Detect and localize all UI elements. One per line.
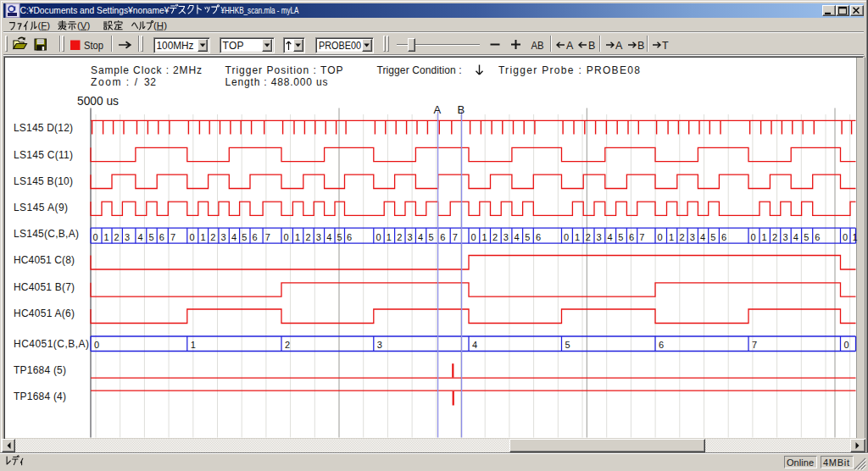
svg-text:LS145 A(9): LS145 A(9): [14, 202, 68, 213]
svg-text:3: 3: [504, 232, 509, 242]
svg-text:TP1684 (4): TP1684 (4): [14, 391, 66, 402]
svg-text:6: 6: [347, 232, 352, 242]
svg-text:(H): (H): [153, 20, 167, 30]
svg-text:LS145 C(11): LS145 C(11): [14, 149, 73, 161]
svg-text:1: 1: [200, 232, 205, 242]
svg-text:TP1684 (5): TP1684 (5): [14, 364, 66, 376]
svg-text:4: 4: [607, 232, 612, 242]
svg-text:2: 2: [397, 232, 402, 242]
svg-text:100MHz: 100MHz: [157, 40, 194, 52]
svg-text:(F): (F): [38, 20, 51, 30]
svg-text:PROBE00: PROBE00: [319, 40, 361, 52]
svg-text:1: 1: [191, 340, 196, 350]
svg-text:Trigger Probe : PROBE08: Trigger Probe : PROBE08: [498, 64, 640, 76]
svg-text:5: 5: [242, 232, 247, 242]
svg-text:HC4051(C,B,A): HC4051(C,B,A): [14, 338, 89, 350]
svg-text:4: 4: [231, 232, 236, 242]
svg-text:¥HHKB_scan.mla - myLA: ¥HHKB_scan.mla - myLA: [220, 5, 299, 15]
svg-text:2: 2: [772, 232, 777, 242]
svg-text:5: 5: [565, 340, 570, 350]
svg-text:Length : 488.000 us: Length : 488.000 us: [225, 76, 328, 88]
svg-text:0: 0: [189, 232, 194, 242]
svg-text:6: 6: [721, 232, 726, 242]
svg-text:7: 7: [453, 232, 458, 242]
svg-text:1: 1: [387, 232, 392, 242]
svg-text:Trigger Position : TOP: Trigger Position : TOP: [225, 64, 343, 76]
svg-text:Trigger Condition :: Trigger Condition :: [377, 64, 462, 76]
svg-text:5: 5: [618, 232, 623, 242]
svg-text:5: 5: [337, 232, 342, 242]
svg-text:2: 2: [114, 232, 120, 242]
svg-text:4: 4: [700, 232, 705, 242]
svg-text:Zoom : /: Zoom : /: [91, 76, 138, 88]
svg-text:HC4051 A(6): HC4051 A(6): [14, 308, 75, 319]
svg-text:(V): (V): [77, 20, 91, 30]
svg-text:4: 4: [418, 232, 423, 242]
svg-text:1: 1: [762, 232, 767, 242]
svg-text:T: T: [662, 40, 669, 52]
svg-text:2: 2: [679, 232, 684, 242]
svg-text:5: 5: [525, 232, 530, 242]
svg-text:4: 4: [472, 340, 477, 350]
svg-text:LS145(C,B,A): LS145(C,B,A): [14, 228, 79, 240]
svg-text:1: 1: [295, 232, 300, 242]
svg-text:6: 6: [659, 340, 664, 350]
svg-text:4: 4: [326, 232, 331, 242]
svg-text:6: 6: [629, 232, 634, 242]
svg-text:3: 3: [377, 340, 382, 350]
svg-text:7: 7: [752, 340, 757, 350]
svg-text:4: 4: [138, 232, 143, 242]
svg-text:3: 3: [690, 232, 695, 242]
svg-text:TOP: TOP: [223, 40, 244, 52]
svg-text:0: 0: [284, 232, 289, 242]
svg-text:5000 us: 5000 us: [77, 94, 119, 108]
svg-text:2: 2: [285, 340, 290, 350]
svg-text:1: 1: [575, 232, 580, 242]
svg-text:3: 3: [597, 232, 602, 242]
svg-text:0: 0: [844, 340, 849, 350]
svg-text:A: A: [434, 103, 442, 116]
svg-text:LS145 D(12): LS145 D(12): [14, 122, 73, 134]
svg-text:0: 0: [93, 232, 98, 242]
svg-text:3: 3: [782, 232, 787, 242]
svg-text:4: 4: [793, 232, 798, 242]
svg-text:3: 3: [221, 232, 226, 242]
svg-text:A: A: [566, 40, 574, 52]
svg-text:2: 2: [492, 232, 498, 242]
svg-text:Stop: Stop: [84, 40, 103, 52]
svg-text:0: 0: [564, 232, 569, 242]
svg-text:LS145 B(10): LS145 B(10): [14, 175, 73, 187]
svg-text:1: 1: [669, 232, 674, 242]
svg-text:32: 32: [144, 76, 156, 88]
svg-text:0: 0: [471, 232, 476, 242]
svg-text:5: 5: [804, 232, 809, 242]
svg-text:6: 6: [440, 232, 445, 242]
svg-text:1: 1: [853, 232, 858, 242]
svg-text:6: 6: [159, 232, 164, 242]
svg-text:7: 7: [170, 232, 175, 242]
svg-text:2: 2: [210, 232, 215, 242]
svg-text:3: 3: [125, 232, 130, 242]
svg-text:5: 5: [710, 232, 715, 242]
svg-text:7: 7: [639, 232, 644, 242]
svg-text:AB: AB: [531, 39, 544, 52]
svg-text:3: 3: [316, 232, 321, 242]
svg-text:0: 0: [843, 232, 848, 242]
svg-text:5: 5: [428, 232, 433, 242]
svg-text:B: B: [458, 103, 465, 116]
svg-text:0: 0: [751, 232, 756, 242]
svg-text:1: 1: [104, 232, 109, 242]
svg-text:4MBit: 4MBit: [823, 457, 849, 468]
svg-text:0: 0: [376, 232, 381, 242]
svg-text:6: 6: [815, 232, 820, 242]
svg-text:HC4051 C(8): HC4051 C(8): [14, 254, 75, 266]
svg-text:Sample Clock : 2MHz: Sample Clock : 2MHz: [91, 64, 202, 76]
svg-text:2: 2: [305, 232, 310, 242]
svg-text:2: 2: [586, 232, 591, 242]
svg-text:1: 1: [481, 232, 487, 242]
svg-text:Online: Online: [787, 457, 814, 468]
svg-text:A: A: [615, 40, 623, 52]
svg-text:7: 7: [265, 232, 270, 242]
svg-text:HC4051 B(7): HC4051 B(7): [14, 281, 75, 293]
svg-text:6: 6: [253, 232, 258, 242]
